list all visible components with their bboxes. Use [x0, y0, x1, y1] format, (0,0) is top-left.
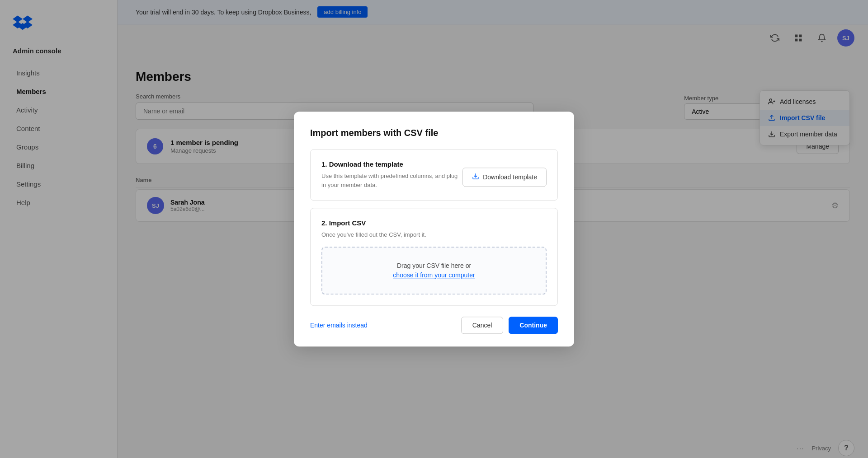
continue-button[interactable]: Continue	[509, 317, 558, 334]
drop-zone-text: Drag your CSV file here or	[331, 262, 537, 269]
modal-section2-desc: Once you've filled out the CSV, import i…	[321, 230, 547, 239]
modal-section-download: 1. Download the template Use this templa…	[310, 149, 558, 201]
enter-emails-link[interactable]: Enter emails instead	[310, 322, 368, 329]
modal-title: Import members with CSV file	[310, 128, 558, 138]
choose-file-link[interactable]: choose it from your computer	[393, 271, 475, 279]
modal-footer-buttons: Cancel Continue	[461, 317, 558, 334]
modal-section-import: 2. Import CSV Once you've filled out the…	[310, 208, 558, 306]
modal-footer: Enter emails instead Cancel Continue	[310, 317, 558, 334]
download-btn-icon	[472, 173, 479, 182]
download-template-button[interactable]: Download template	[462, 168, 547, 187]
cancel-button[interactable]: Cancel	[461, 317, 504, 334]
modal-section1-desc: Use this template with predefined column…	[321, 172, 462, 189]
csv-drop-zone[interactable]: Drag your CSV file here or choose it fro…	[321, 247, 547, 294]
modal-section1-title: 1. Download the template	[321, 160, 462, 168]
modal-section2-title: 2. Import CSV	[321, 219, 547, 227]
import-csv-modal: Import members with CSV file 1. Download…	[294, 112, 574, 346]
download-template-label: Download template	[483, 173, 537, 181]
